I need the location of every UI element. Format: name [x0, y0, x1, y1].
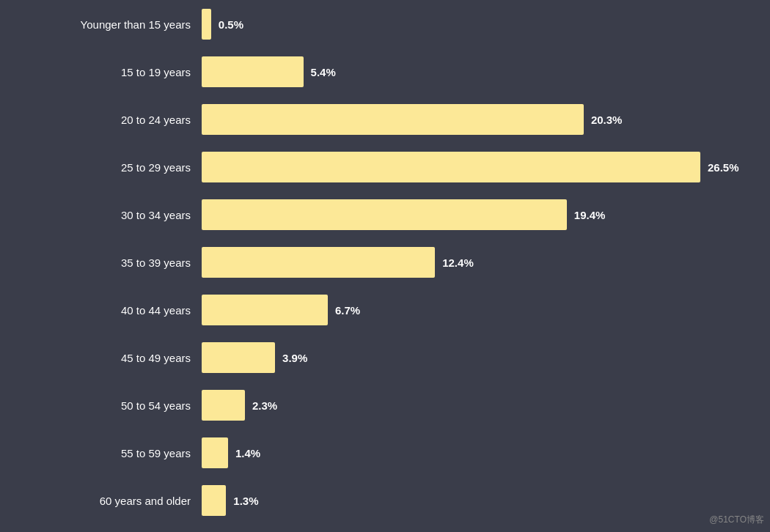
bar-value: 3.9%: [282, 352, 307, 364]
bar-label: 40 to 44 years: [40, 304, 202, 317]
bar: [202, 56, 304, 87]
bar-label: 55 to 59 years: [40, 447, 202, 459]
bar-wrapper: 20.3%: [202, 104, 730, 135]
bar-wrapper: 3.9%: [202, 342, 730, 373]
bar-value: 1.3%: [233, 495, 258, 507]
bar-label: 45 to 49 years: [40, 352, 202, 364]
bar-wrapper: 6.7%: [202, 295, 730, 325]
bar-row: 25 to 29 years26.5%: [40, 147, 730, 188]
bar-wrapper: 12.4%: [202, 247, 730, 278]
bar-value: 1.4%: [235, 447, 260, 459]
bar-row: 40 to 44 years6.7%: [40, 290, 730, 330]
bar-value: 19.4%: [574, 209, 606, 221]
bar-row: 20 to 24 years20.3%: [40, 100, 730, 140]
bar-row: 50 to 54 years2.3%: [40, 385, 730, 426]
bar: [202, 295, 328, 325]
bar: [202, 437, 228, 468]
bar-wrapper: 1.4%: [202, 437, 730, 468]
bar-label: 30 to 34 years: [40, 209, 202, 221]
bar-value: 2.3%: [252, 399, 277, 412]
bar-label: 15 to 19 years: [40, 66, 202, 78]
bar: [202, 104, 584, 135]
bar: [202, 485, 226, 516]
bar-label: Younger than 15 years: [40, 18, 202, 31]
bar-wrapper: 0.5%: [202, 9, 730, 40]
bar-value: 12.4%: [442, 256, 474, 269]
bar-row: 15 to 19 years5.4%: [40, 52, 730, 92]
bar-value: 5.4%: [311, 66, 336, 78]
bar: [202, 199, 567, 230]
bar: [202, 390, 245, 421]
bar-value: 26.5%: [708, 161, 739, 174]
bar-row: 60 years and older1.3%: [40, 481, 730, 521]
bar-wrapper: 19.4%: [202, 199, 730, 230]
bar: [202, 152, 700, 182]
bar: [202, 342, 275, 373]
bar-label: 20 to 24 years: [40, 114, 202, 126]
bar-wrapper: 5.4%: [202, 56, 730, 87]
bar: [202, 247, 435, 278]
bar-value: 0.5%: [219, 18, 243, 31]
bar-row: Younger than 15 years0.5%: [40, 4, 730, 45]
bar-wrapper: 2.3%: [202, 390, 730, 421]
bar-label: 25 to 29 years: [40, 161, 202, 174]
bar-row: 30 to 34 years19.4%: [40, 195, 730, 235]
bar-label: 60 years and older: [40, 495, 202, 507]
bar-value: 6.7%: [335, 304, 360, 317]
bar: [202, 9, 211, 40]
watermark: @51CTO博客: [709, 514, 764, 526]
bar-row: 45 to 49 years3.9%: [40, 338, 730, 378]
bar-label: 50 to 54 years: [40, 399, 202, 412]
bar-wrapper: 1.3%: [202, 485, 730, 516]
chart-container: Younger than 15 years0.5%15 to 19 years5…: [18, 0, 752, 532]
bar-label: 35 to 39 years: [40, 256, 202, 269]
bar-value: 20.3%: [591, 114, 623, 126]
bar-row: 55 to 59 years1.4%: [40, 433, 730, 473]
bar-row: 35 to 39 years12.4%: [40, 243, 730, 283]
bar-wrapper: 26.5%: [202, 152, 739, 182]
